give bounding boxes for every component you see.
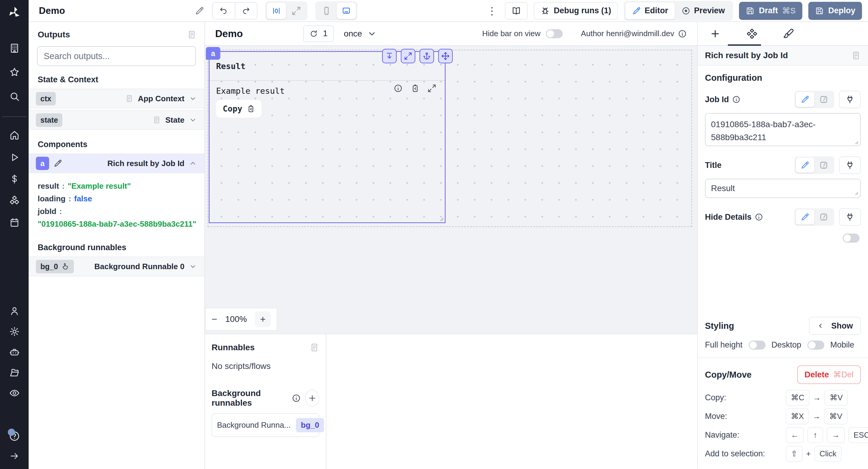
ctx-row[interactable]: ctx App Context: [29, 89, 204, 108]
outputs-search: [37, 46, 196, 66]
hide-details-toggle[interactable]: [843, 233, 860, 243]
audit-logs-icon[interactable]: [0, 384, 29, 402]
static-mode-button[interactable]: [796, 92, 814, 107]
panel-doc-icon[interactable]: [851, 51, 861, 60]
outputs-title: Outputs: [38, 30, 70, 39]
desktop-view-button[interactable]: [337, 3, 356, 19]
info-icon[interactable]: [678, 29, 687, 38]
desktop-toggle[interactable]: [807, 341, 824, 350]
docs-button[interactable]: [505, 2, 528, 20]
delete-component-button[interactable]: Delete⌘Del: [797, 365, 861, 384]
settings-icon[interactable]: [0, 322, 29, 341]
configuration-title: Configuration: [705, 73, 861, 83]
eval-mode-button[interactable]: [814, 92, 833, 107]
edit-title-icon[interactable]: [195, 6, 204, 16]
chevron-down-icon[interactable]: [189, 116, 197, 124]
resources-icon[interactable]: [0, 192, 29, 210]
chevron-down-icon[interactable]: [189, 94, 197, 103]
title-input[interactable]: [705, 179, 861, 198]
deploy-label: Deploy: [828, 6, 855, 15]
component-settings-tab[interactable]: [744, 28, 761, 39]
desktop-label: Desktop: [772, 340, 801, 350]
info-icon[interactable]: [394, 84, 403, 93]
component-a-row[interactable]: a Rich result by Job Id: [29, 153, 204, 173]
redo-button[interactable]: [235, 3, 257, 19]
hide-bar-toggle[interactable]: [546, 29, 563, 38]
move-handle[interactable]: [438, 49, 453, 63]
debug-runs-button[interactable]: Debug runs (1): [534, 2, 618, 20]
info-icon[interactable]: [732, 95, 741, 104]
eval-mode-button[interactable]: [814, 158, 833, 173]
static-mode-button[interactable]: [796, 210, 814, 224]
undo-button[interactable]: [213, 3, 235, 19]
zoom-in-button[interactable]: +: [255, 311, 271, 327]
full-width-layout-button[interactable]: [287, 3, 306, 19]
more-menu-button[interactable]: ⋮: [485, 5, 499, 17]
collapse-sidebar-icon[interactable]: [0, 447, 29, 465]
expand-handle[interactable]: [401, 49, 415, 63]
full-height-label: Full height: [705, 340, 743, 350]
editor-tab[interactable]: Editor: [625, 2, 675, 19]
component-handles: [382, 49, 453, 63]
full-height-toggle[interactable]: [749, 341, 766, 350]
draft-button[interactable]: Draft⌘S: [739, 2, 802, 20]
info-icon[interactable]: [292, 394, 301, 403]
key-shift: ⇧: [786, 446, 803, 462]
windmill-logo[interactable]: [0, 4, 29, 22]
editor-preview-toggle: Editor Preview: [624, 1, 733, 21]
help-icon[interactable]: [0, 427, 29, 445]
job-id-mode-toggle: [795, 91, 834, 108]
preview-tab[interactable]: Preview: [675, 2, 732, 19]
move-shortcut-label: Move:: [705, 412, 786, 421]
users-icon[interactable]: [0, 302, 29, 320]
app-grid-container[interactable]: a Result Example result Cop: [208, 50, 692, 227]
panel-doc-icon[interactable]: [187, 30, 196, 39]
canvas-header: Demo 1 once Hide bar on view Author henr…: [205, 22, 697, 46]
copy-result-button[interactable]: Copy: [216, 100, 261, 118]
deploy-button[interactable]: Deploy: [808, 2, 862, 20]
schedules-icon[interactable]: [0, 213, 29, 231]
chevron-up-icon[interactable]: [189, 159, 197, 167]
job-id-input[interactable]: 01910865-188a-bab7-a3ec-588b9ba3c211: [705, 113, 861, 146]
connect-button[interactable]: [839, 156, 861, 174]
info-icon[interactable]: [755, 213, 763, 221]
fullscreen-icon[interactable]: [427, 84, 436, 93]
favorites-icon[interactable]: [0, 63, 29, 82]
component-id-badge: a: [36, 157, 49, 170]
zoom-out-button[interactable]: −: [212, 314, 217, 325]
eval-mode-button[interactable]: [814, 210, 833, 224]
home-icon[interactable]: [0, 126, 29, 144]
search-outputs-input[interactable]: [44, 51, 189, 61]
runs-icon[interactable]: [0, 148, 29, 166]
static-mode-button[interactable]: [796, 158, 814, 173]
state-row[interactable]: state State: [29, 110, 204, 130]
search-icon[interactable]: [0, 87, 29, 105]
run-mode-dropdown[interactable]: once: [344, 29, 377, 39]
workers-icon[interactable]: [0, 343, 29, 361]
insert-component-tab[interactable]: [707, 28, 724, 39]
panel-doc-icon[interactable]: [310, 343, 319, 352]
background-runnable-item[interactable]: Background Runna... bg_0: [212, 413, 319, 437]
centered-layout-button[interactable]: [267, 3, 286, 19]
variables-icon[interactable]: [0, 170, 29, 188]
connect-button[interactable]: [839, 208, 861, 226]
anchor-handle[interactable]: [420, 49, 434, 63]
chevron-down-icon[interactable]: [189, 262, 197, 271]
expand-down-handle[interactable]: [382, 49, 397, 63]
component-resize-handle[interactable]: [438, 215, 444, 222]
rename-component-icon[interactable]: [53, 159, 62, 168]
divider: [698, 357, 868, 358]
copy-to-clipboard-icon[interactable]: [410, 84, 420, 93]
canvas-body: a Result Example result Cop: [205, 46, 697, 333]
workspace-icon[interactable]: [0, 39, 29, 57]
folders-icon[interactable]: [0, 364, 29, 382]
rich-result-component[interactable]: a Result Example result Cop: [209, 51, 445, 223]
styling-show-button[interactable]: Show: [809, 317, 861, 335]
mobile-view-button[interactable]: [317, 3, 336, 19]
refresh-button[interactable]: 1: [303, 25, 334, 42]
connect-button[interactable]: [839, 91, 861, 108]
global-styling-tab[interactable]: [780, 28, 797, 39]
add-background-runnable-button[interactable]: [305, 390, 319, 407]
delete-shortcut: ⌘Del: [833, 370, 854, 379]
bg0-row[interactable]: bg_0 Background Runnable 0: [29, 256, 204, 276]
